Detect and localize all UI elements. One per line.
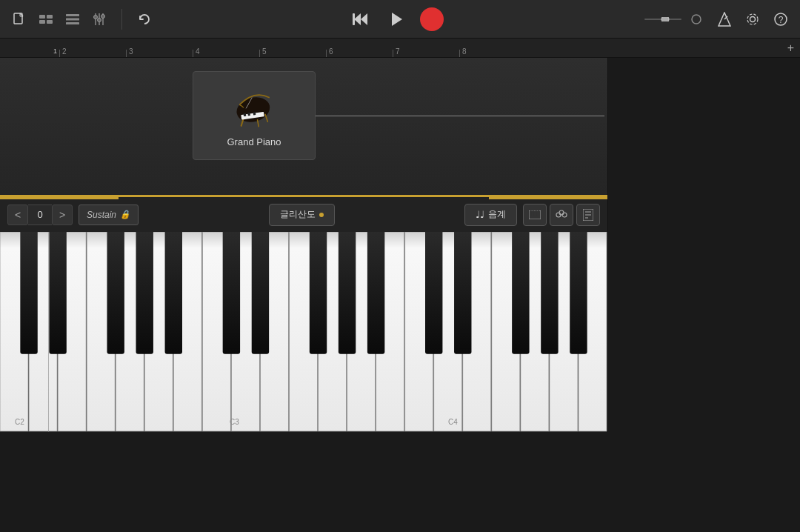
playhead-line (48, 232, 49, 432)
toolbar: ? (0, 0, 800, 39)
track-continuation-line (316, 116, 604, 116)
play-button[interactable] (383, 6, 410, 33)
grand-piano-icon (230, 84, 279, 132)
grand-piano-block[interactable]: Grand Piano (193, 71, 316, 160)
svg-marker-15 (361, 13, 367, 25)
sustain-label: Sustain (87, 210, 116, 220)
mixer-icon[interactable] (89, 9, 110, 30)
toolbar-separator-1 (121, 9, 122, 30)
volume-control (644, 9, 707, 30)
svg-point-13 (101, 14, 105, 18)
svg-rect-3 (39, 20, 45, 24)
svg-rect-6 (66, 18, 79, 20)
ruler-mark-5: 6 (326, 39, 393, 57)
svg-rect-4 (47, 20, 53, 24)
metronome-icon[interactable] (714, 9, 735, 30)
gold-accent-left (0, 197, 119, 199)
ruler-mark-1: 2 (59, 39, 126, 57)
svg-rect-7 (66, 22, 79, 24)
grand-piano-label: Grand Piano (227, 136, 281, 147)
right-panel (607, 58, 800, 432)
settings-panel-button[interactable] (576, 204, 600, 226)
svg-point-23 (750, 16, 756, 21)
svg-rect-34 (253, 112, 256, 115)
view-buttons (523, 204, 600, 226)
sustain-button[interactable]: Sustain 🔒 (79, 205, 139, 225)
ruler-mark-7: 8 (459, 39, 526, 57)
svg-point-11 (94, 15, 98, 19)
track-area: Grand Piano (0, 58, 607, 195)
left-content: Grand Piano < 0 > Sustain 🔒 글리산도 (0, 58, 607, 432)
list-view-icon[interactable] (62, 9, 83, 30)
track-body: Grand Piano (0, 58, 607, 195)
glissando-label: 글리산도 (280, 208, 316, 221)
svg-line-29 (257, 120, 259, 127)
keyboard-container[interactable]: C2 C3 C4 (0, 232, 607, 432)
note-icon: ♩♩ (476, 209, 484, 220)
svg-rect-2 (47, 15, 53, 19)
undo-icon[interactable] (134, 9, 155, 30)
volume-icon (686, 9, 707, 30)
scale-label: 음계 (488, 208, 506, 221)
svg-rect-5 (66, 14, 79, 16)
svg-marker-17 (392, 13, 402, 26)
ruler: 1 2 3 4 5 6 7 8 + (0, 39, 800, 58)
new-file-icon[interactable] (9, 9, 30, 30)
ruler-mark-6: 7 (393, 39, 459, 57)
keyboard-section: C2 C3 C4 (0, 232, 607, 432)
svg-text:?: ? (779, 15, 784, 25)
svg-rect-37 (530, 210, 532, 216)
octave-nav: < 0 > (7, 205, 73, 225)
volume-slider[interactable] (644, 17, 681, 21)
control-bar: < 0 > Sustain 🔒 글리산도 ♩♩ 음계 (0, 195, 607, 232)
record-button[interactable] (420, 7, 444, 31)
glissando-button[interactable]: 글리산도 (269, 204, 335, 226)
svg-point-24 (747, 14, 758, 24)
scale-button[interactable]: ♩♩ 음계 (464, 204, 517, 226)
svg-rect-39 (536, 210, 537, 216)
help-icon[interactable]: ? (770, 9, 791, 30)
svg-rect-33 (247, 113, 250, 116)
rewind-button[interactable] (349, 7, 373, 31)
transport-controls (162, 6, 630, 33)
settings-icon[interactable] (742, 9, 763, 30)
svg-rect-1 (39, 15, 45, 19)
toolbar-right-group: ? (742, 9, 791, 30)
ruler-marks: 2 3 4 5 6 7 8 (59, 39, 800, 57)
ruler-mark-3: 4 (193, 39, 259, 57)
svg-marker-14 (354, 13, 361, 25)
svg-rect-38 (533, 210, 534, 216)
gold-accent-right (489, 197, 607, 199)
nav-next-button[interactable]: > (52, 205, 73, 225)
add-track-button[interactable]: + (787, 41, 794, 55)
svg-point-19 (661, 17, 669, 21)
glissando-dot (319, 213, 324, 217)
keyboard-view-button[interactable] (523, 204, 547, 226)
toolbar-left-group (9, 9, 110, 30)
lock-icon: 🔒 (120, 210, 130, 219)
svg-rect-40 (538, 210, 539, 216)
svg-point-12 (98, 18, 101, 21)
nav-prev-button[interactable]: < (7, 205, 28, 225)
svg-point-20 (692, 15, 701, 24)
view-small-icon[interactable] (36, 9, 56, 30)
svg-line-30 (265, 114, 267, 122)
main-content: Grand Piano < 0 > Sustain 🔒 글리산도 (0, 58, 800, 432)
octave-number: 0 (28, 205, 52, 225)
ruler-mark-4: 5 (259, 39, 326, 57)
svg-rect-32 (243, 113, 246, 116)
chord-view-button[interactable] (550, 204, 573, 226)
svg-rect-16 (353, 13, 355, 25)
ruler-mark-2: 3 (126, 39, 193, 57)
playhead-position: 1 (53, 47, 57, 55)
